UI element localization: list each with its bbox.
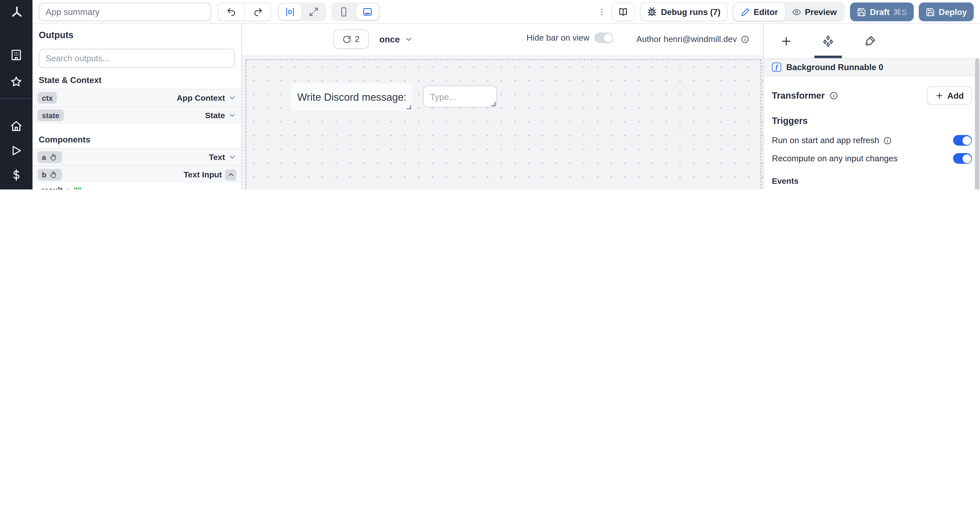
text-component[interactable]: Write Discord message:	[291, 83, 412, 110]
active-tab-underline	[815, 55, 842, 58]
outputs-title: Outputs	[39, 30, 235, 40]
output-row-state[interactable]: state State	[32, 106, 241, 124]
deploy-label: Deploy	[939, 7, 967, 17]
state-context-heading: State & Context	[32, 68, 241, 89]
hide-bar-label: Hide bar on view	[527, 33, 589, 43]
hide-bar-toggle[interactable]	[594, 32, 613, 43]
run-on-start-row: Run on start and app refresh	[772, 135, 972, 146]
author-info: Author henri@windmill.dev	[636, 35, 749, 44]
device-segment	[331, 3, 380, 21]
scrollbar-thumb[interactable]	[975, 58, 979, 189]
undo-button[interactable]	[218, 3, 245, 21]
triggers-heading: Triggers	[772, 116, 972, 126]
a-badge[interactable]: a	[37, 151, 62, 163]
b-badge[interactable]: b	[37, 169, 62, 181]
chevron-down-icon	[404, 35, 413, 43]
rail-divider	[0, 98, 32, 99]
tab-preview[interactable]: Preview	[785, 3, 844, 21]
chevron-down-icon[interactable]	[228, 111, 236, 119]
draft-shortcut: ⌘S	[893, 7, 907, 17]
mobile-view-button[interactable]	[332, 4, 355, 20]
runs-play-icon[interactable]	[10, 144, 22, 157]
editor-label: Editor	[754, 7, 778, 17]
state-type: State	[205, 111, 225, 120]
info-icon[interactable]	[883, 136, 892, 145]
a-type: Text	[209, 153, 225, 162]
info-icon[interactable]	[829, 91, 838, 100]
hand-pointer-icon	[49, 153, 57, 161]
more-menu-icon[interactable]	[598, 7, 606, 17]
tab-insert-plus-icon[interactable]	[780, 35, 792, 47]
resize-handle[interactable]	[407, 105, 411, 109]
settings-tabs	[764, 24, 980, 58]
b-result-row[interactable]: result: ""	[32, 183, 241, 189]
app-canvas-grid[interactable]: Write Discord message: Press me − 100% +…	[242, 55, 763, 189]
ctx-type: App Context	[177, 93, 225, 103]
recompute-row: Recompute on any input changes	[772, 153, 972, 164]
debug-runs-button[interactable]: Debug runs (7)	[640, 3, 727, 21]
center-align-button[interactable]	[279, 4, 301, 20]
windmill-app-editor: Debug runs (7) Editor Preview Draft ⌘S	[0, 0, 980, 189]
text-component-label: Write Discord message:	[297, 91, 407, 103]
add-transformer-button[interactable]: Add	[927, 86, 972, 105]
output-row-ctx[interactable]: ctx App Context	[32, 89, 241, 106]
component-row-a[interactable]: a Text	[32, 148, 241, 166]
workspace-icon[interactable]	[10, 49, 22, 61]
selected-runnable-header: f Background Runnable 0	[764, 58, 980, 76]
docs-button[interactable]	[612, 3, 635, 21]
events-heading: Events	[772, 176, 972, 186]
tab-connections-icon[interactable]	[822, 35, 834, 47]
draft-label: Draft	[870, 7, 890, 17]
editor-preview-segment: Editor Preview	[732, 2, 845, 22]
undo-redo-group	[218, 3, 271, 21]
author-label: Author henri@windmill.dev	[636, 35, 737, 44]
selected-runnable-name: Background Runnable 0	[786, 63, 883, 72]
chevron-down-icon[interactable]	[228, 94, 236, 102]
run-on-start-toggle[interactable]	[953, 135, 972, 146]
chevron-down-icon[interactable]	[228, 153, 236, 161]
run-on-start-label: Run on start and app refresh	[772, 136, 879, 145]
windmill-logo[interactable]	[10, 6, 22, 18]
hide-bar-control: Hide bar on view	[527, 32, 613, 43]
deploy-button[interactable]: Deploy	[919, 3, 974, 21]
draft-button[interactable]: Draft ⌘S	[850, 3, 914, 21]
topbar-right: Debug runs (7) Editor Preview Draft ⌘S	[598, 0, 974, 24]
frequency-dropdown[interactable]: once	[375, 29, 417, 49]
variables-dollar-icon[interactable]	[10, 169, 22, 181]
desktop-view-button[interactable]	[356, 4, 379, 20]
debug-runs-label: Debug runs (7)	[661, 7, 720, 17]
top-toolbar: Debug runs (7) Editor Preview Draft ⌘S	[32, 0, 980, 24]
state-badge[interactable]: state	[37, 109, 64, 121]
components-heading: Components	[32, 124, 241, 148]
outputs-panel: Outputs State & Context ctx App Context …	[32, 24, 242, 189]
left-nav-rail	[0, 0, 32, 189]
refresh-count-button[interactable]: 2	[333, 29, 369, 49]
recompute-toggle[interactable]	[953, 153, 972, 164]
preview-eye-icon	[792, 7, 801, 17]
chevron-up-icon[interactable]	[225, 169, 236, 180]
redo-button[interactable]	[244, 3, 270, 21]
canvas-area: 2 once Hide bar on view Author henri@win…	[242, 24, 763, 189]
hand-pointer-icon	[50, 170, 58, 179]
fullscreen-button[interactable]	[302, 4, 325, 20]
tab-editor[interactable]: Editor	[733, 3, 785, 21]
pencil-icon	[740, 7, 750, 17]
canvas-toolbar: 2 once Hide bar on view Author henri@win…	[242, 24, 763, 55]
search-outputs-input[interactable]	[39, 49, 235, 68]
info-icon[interactable]	[741, 35, 749, 43]
app-bounds-outline	[246, 59, 761, 189]
b-type: Text Input	[184, 170, 222, 179]
tab-styling-brush-icon[interactable]	[864, 35, 876, 47]
home-icon[interactable]	[10, 120, 22, 132]
refresh-count: 2	[355, 35, 360, 44]
discord-message-input[interactable]	[423, 86, 497, 107]
resize-handle[interactable]	[492, 102, 496, 106]
textinput-component[interactable]	[423, 86, 497, 107]
ctx-badge[interactable]: ctx	[37, 92, 57, 103]
scrollbar-track[interactable]	[974, 58, 980, 189]
layout-segment	[277, 3, 326, 21]
component-row-b[interactable]: b Text Input	[32, 166, 241, 183]
app-summary-input[interactable]	[39, 3, 211, 21]
favorites-star-icon[interactable]	[10, 76, 22, 88]
function-icon: f	[772, 63, 781, 72]
